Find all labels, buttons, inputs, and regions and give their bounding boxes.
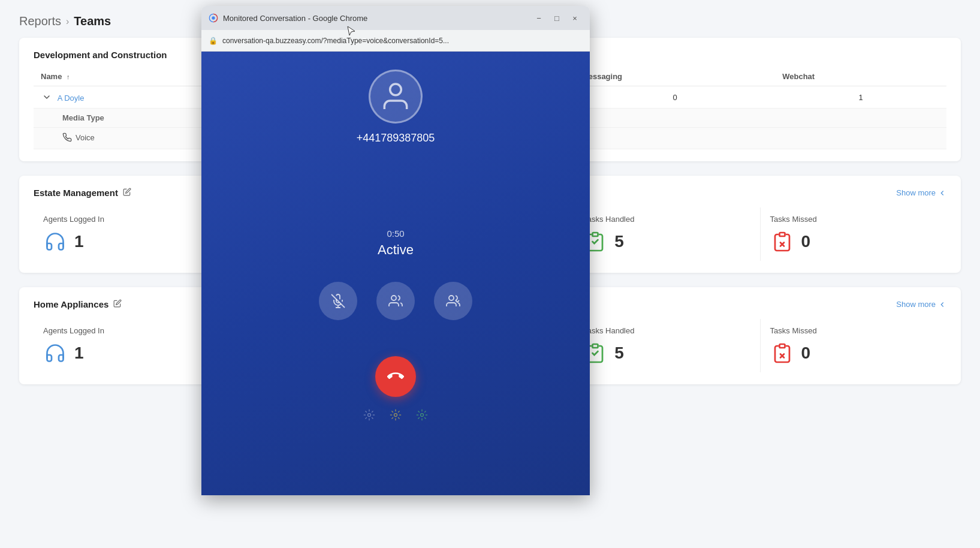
nav-icon-3[interactable] [416, 409, 428, 421]
call-timer: 0:50 [387, 228, 404, 239]
home-tasks-missed: Tasks Missed 0 [761, 319, 946, 372]
svg-point-12 [421, 414, 424, 417]
hangup-button[interactable] [375, 356, 416, 397]
estate-agents-logged-in: Agents Logged In 1 [34, 207, 220, 261]
estate-agents-count: 1 [74, 232, 84, 251]
voice-media-type: Voice [62, 133, 95, 142]
chrome-window: Monitored Conversation - Google Chrome −… [201, 6, 590, 495]
svg-point-9 [449, 296, 454, 300]
chrome-address-text[interactable]: conversation-qa.buzzeasy.com/?mediaType=… [222, 37, 583, 45]
home-handled-count: 5 [614, 344, 624, 363]
estate-handled-count: 5 [614, 232, 624, 251]
call-actions [319, 282, 472, 320]
chrome-close-button[interactable]: × [567, 10, 583, 26]
home-headset-icon [43, 341, 67, 365]
home-appliances-edit-icon[interactable] [113, 299, 122, 309]
estate-edit-icon[interactable] [123, 188, 131, 198]
home-agents-logged-in: Agents Logged In 1 [34, 319, 220, 372]
caller-avatar [369, 70, 423, 124]
svg-point-8 [391, 296, 396, 300]
home-appliances-show-more[interactable]: Show more [896, 300, 946, 309]
sort-indicator: ↑ [67, 73, 70, 80]
chrome-window-controls: − □ × [531, 10, 583, 26]
svg-rect-2 [593, 344, 598, 348]
agent-name[interactable]: A Doyle [58, 94, 85, 103]
home-appliances-title: Home Appliances [34, 299, 122, 309]
breadcrumb-separator: › [66, 16, 69, 27]
conference-button[interactable] [376, 282, 415, 320]
task-missed-icon [770, 230, 794, 254]
breadcrumb-teams: Teams [74, 14, 111, 28]
nav-icon-1[interactable] [363, 409, 375, 421]
estate-show-more[interactable]: Show more [896, 188, 946, 197]
mute-button[interactable] [319, 282, 357, 320]
chrome-minimize-button[interactable]: − [531, 10, 547, 26]
call-status: Active [378, 242, 414, 258]
agent-messaging: 0 [575, 86, 775, 109]
headset-icon [43, 230, 67, 254]
chrome-favicon-icon [209, 13, 218, 23]
chrome-addressbar: 🔒 conversation-qa.buzzeasy.com/?mediaTyp… [201, 30, 590, 52]
home-task-missed-icon [770, 341, 794, 365]
svg-point-6 [390, 84, 402, 95]
estate-card-title: Estate Management [34, 188, 131, 198]
estate-tasks-missed: Tasks Missed 0 [761, 207, 946, 261]
estate-tasks-handled: Tasks Handled 5 [574, 207, 760, 261]
home-tasks-handled: Tasks Handled 5 [574, 319, 760, 372]
svg-rect-1 [779, 233, 785, 236]
lock-icon: 🔒 [209, 37, 218, 45]
nav-icon-2[interactable] [390, 409, 402, 421]
chrome-maximize-button[interactable]: □ [549, 10, 565, 26]
svg-point-11 [394, 414, 397, 417]
svg-point-5 [212, 16, 215, 19]
svg-point-10 [368, 414, 371, 417]
caller-number: +441789387805 [357, 132, 435, 144]
expand-icon[interactable] [41, 91, 53, 103]
svg-rect-3 [779, 344, 785, 348]
home-agents-count: 1 [74, 344, 84, 363]
listen-button[interactable] [434, 282, 472, 320]
call-bottom-nav [363, 409, 428, 421]
estate-missed-count: 0 [801, 232, 811, 251]
svg-rect-0 [593, 233, 598, 236]
chrome-titlebar: Monitored Conversation - Google Chrome −… [201, 6, 590, 30]
chrome-window-title: Monitored Conversation - Google Chrome [223, 14, 526, 23]
home-missed-count: 0 [801, 344, 811, 363]
call-screen: +441789387805 0:50 Active [201, 52, 590, 495]
col-header-messaging: Messaging [575, 67, 775, 86]
agent-webchat: 1 [775, 86, 946, 109]
col-header-webchat: Webchat [775, 67, 946, 86]
breadcrumb-reports[interactable]: Reports [19, 14, 61, 28]
